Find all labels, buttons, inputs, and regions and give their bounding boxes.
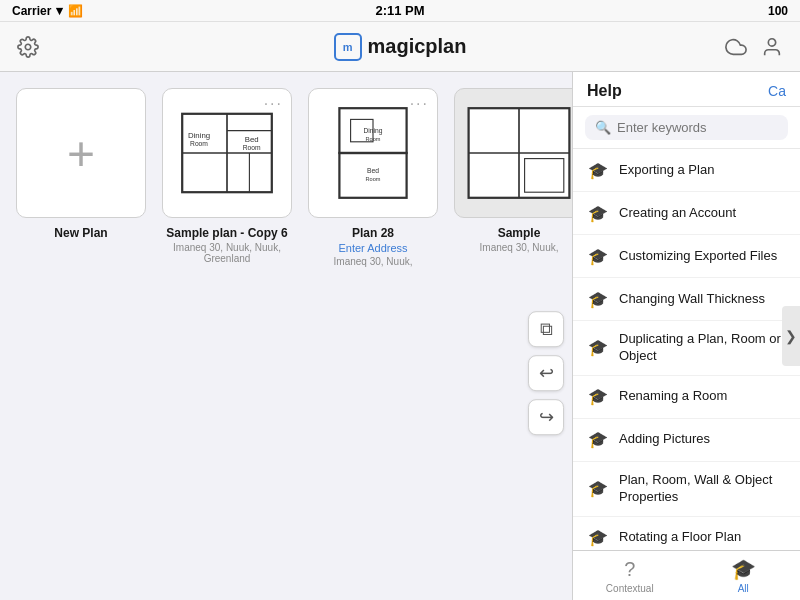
- chevron-right-icon: ❯: [785, 328, 797, 344]
- three-dots-icon[interactable]: ···: [264, 95, 283, 113]
- plan-card-copy6[interactable]: ··· Dining Room Bed Room Sample plan - C…: [162, 88, 292, 264]
- search-icon: 🔍: [595, 120, 611, 135]
- add-icon: +: [67, 126, 95, 181]
- help-item-renaming[interactable]: 🎓 Renaming a Room: [573, 376, 800, 419]
- cap-icon-exporting: 🎓: [587, 159, 609, 181]
- help-search-inner: 🔍: [585, 115, 788, 140]
- plan-partial-thumbnail: [455, 89, 572, 217]
- plan-label-copy6: Sample plan - Copy 6: [166, 226, 287, 240]
- help-item-duplicating[interactable]: 🎓 Duplicating a Plan, Room or Object: [573, 321, 800, 376]
- plan-address-28[interactable]: Enter Address: [338, 242, 407, 254]
- help-item-rotating[interactable]: 🎓 Rotating a Floor Plan: [573, 517, 800, 550]
- help-item-text-wall: Changing Wall Thickness: [619, 291, 786, 308]
- nav-bar: m magicplan: [0, 22, 800, 72]
- copy-icon: ⧉: [540, 319, 553, 340]
- three-dots-icon-28[interactable]: ···: [410, 95, 429, 113]
- cap-icon-pictures: 🎓: [587, 429, 609, 451]
- person-icon[interactable]: [760, 35, 784, 59]
- plan-label-28: Plan 28: [352, 226, 394, 240]
- svg-text:Dining: Dining: [363, 127, 382, 135]
- battery-label: 100: [768, 4, 788, 18]
- copy-button[interactable]: ⧉: [528, 311, 564, 347]
- all-tab-label: All: [738, 583, 749, 594]
- undo-icon: ↩: [539, 362, 554, 384]
- all-tab-icon: 🎓: [731, 557, 756, 581]
- help-item-text-renaming: Renaming a Room: [619, 388, 786, 405]
- new-plan-card[interactable]: + New Plan: [16, 88, 146, 240]
- help-list: 🎓 Exporting a Plan 🎓 Creating an Account…: [573, 149, 800, 550]
- help-item-creating-account[interactable]: 🎓 Creating an Account: [573, 192, 800, 235]
- side-actions: ⧉ ↩ ↪: [528, 311, 564, 435]
- help-cancel-button[interactable]: Ca: [768, 83, 786, 99]
- svg-text:Room: Room: [366, 136, 381, 142]
- cap-icon-rotating: 🎓: [587, 527, 609, 549]
- plan-sublabel-copy6: Imaneq 30, Nuuk, Nuuk, Greenland: [162, 242, 292, 264]
- cap-icon-wall: 🎓: [587, 288, 609, 310]
- help-item-text-rotating: Rotating a Floor Plan: [619, 529, 786, 546]
- help-tab-contextual[interactable]: ? Contextual: [573, 551, 687, 600]
- svg-text:Bed: Bed: [245, 135, 259, 144]
- status-right: 100: [768, 4, 788, 18]
- cap-icon-renaming: 🎓: [587, 386, 609, 408]
- help-search-input[interactable]: [617, 120, 778, 135]
- help-item-text-customizing: Customizing Exported Files: [619, 248, 786, 265]
- plans-area: + New Plan ··· Dining Room Bed Room: [0, 72, 572, 600]
- svg-text:Room: Room: [366, 176, 381, 182]
- svg-text:Bed: Bed: [367, 167, 379, 174]
- help-item-text-pictures: Adding Pictures: [619, 431, 786, 448]
- plan-thumb-partial[interactable]: [454, 88, 572, 218]
- plan-label-partial: Sample: [498, 226, 541, 240]
- svg-point-1: [768, 38, 775, 45]
- help-item-wall-thickness[interactable]: 🎓 Changing Wall Thickness: [573, 278, 800, 321]
- cap-icon-properties: 🎓: [587, 478, 609, 500]
- cap-icon-duplicating: 🎓: [587, 337, 609, 359]
- help-footer: ? Contextual 🎓 All: [573, 550, 800, 600]
- svg-text:Room: Room: [190, 140, 208, 147]
- redo-button[interactable]: ↪: [528, 399, 564, 435]
- nav-center: m magicplan: [334, 33, 467, 61]
- status-left: Carrier ▾ 📶: [12, 3, 83, 18]
- redo-icon: ↪: [539, 406, 554, 428]
- cloud-icon[interactable]: [724, 35, 748, 59]
- plan-sublabel-28: Imaneq 30, Nuuk,: [334, 256, 413, 267]
- right-chevron-button[interactable]: ❯: [782, 306, 800, 366]
- plan-thumb-copy6[interactable]: ··· Dining Room Bed Room: [162, 88, 292, 218]
- signal-icon: 📶: [68, 4, 83, 18]
- help-item-text-duplicating: Duplicating a Plan, Room or Object: [619, 331, 786, 365]
- svg-text:Room: Room: [243, 144, 261, 151]
- help-item-text-properties: Plan, Room, Wall & Object Properties: [619, 472, 786, 506]
- status-time: 2:11 PM: [375, 3, 424, 18]
- help-item-text-exporting: Exporting a Plan: [619, 162, 786, 179]
- main-content: + New Plan ··· Dining Room Bed Room: [0, 72, 800, 600]
- svg-text:Dining: Dining: [188, 131, 210, 140]
- app-name: magicplan: [368, 35, 467, 58]
- help-item-customizing[interactable]: 🎓 Customizing Exported Files: [573, 235, 800, 278]
- status-bar: Carrier ▾ 📶 2:11 PM 100: [0, 0, 800, 22]
- help-panel: Help Ca 🔍 🎓 Exporting a Plan 🎓 Creating …: [572, 72, 800, 600]
- plan-card-28[interactable]: ··· Dining Room Bed Room Plan 28 Enter A…: [308, 88, 438, 267]
- help-search: 🔍: [573, 107, 800, 149]
- contextual-tab-icon: ?: [624, 558, 635, 581]
- new-plan-label: New Plan: [54, 226, 107, 240]
- logo-box: m: [334, 33, 362, 61]
- carrier-label: Carrier: [12, 4, 51, 18]
- help-item-text-creating: Creating an Account: [619, 205, 786, 222]
- nav-right: [724, 35, 784, 59]
- cap-icon-creating: 🎓: [587, 202, 609, 224]
- help-title: Help: [587, 82, 622, 100]
- help-item-plan-properties[interactable]: 🎓 Plan, Room, Wall & Object Properties: [573, 462, 800, 517]
- help-header: Help Ca: [573, 72, 800, 107]
- wifi-icon: ▾: [56, 3, 63, 18]
- help-tab-all[interactable]: 🎓 All: [687, 551, 801, 600]
- help-item-exporting[interactable]: 🎓 Exporting a Plan: [573, 149, 800, 192]
- cap-icon-customizing: 🎓: [587, 245, 609, 267]
- nav-left: [16, 35, 76, 59]
- plan-card-sample-partial[interactable]: Sample Imaneq 30, Nuuk,: [454, 88, 572, 253]
- contextual-tab-label: Contextual: [606, 583, 654, 594]
- undo-button[interactable]: ↩: [528, 355, 564, 391]
- new-plan-thumb[interactable]: +: [16, 88, 146, 218]
- svg-point-0: [25, 44, 31, 50]
- gear-icon[interactable]: [16, 35, 40, 59]
- plan-thumb-28[interactable]: ··· Dining Room Bed Room: [308, 88, 438, 218]
- help-item-adding-pictures[interactable]: 🎓 Adding Pictures: [573, 419, 800, 462]
